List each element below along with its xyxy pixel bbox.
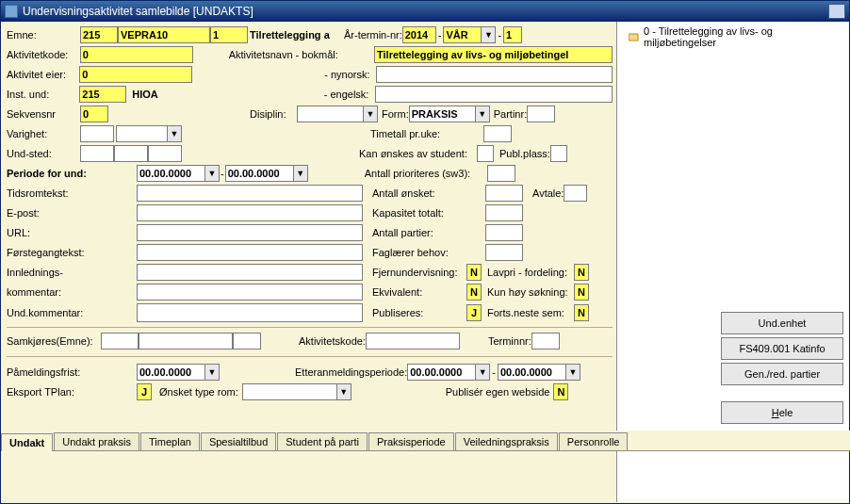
undkommentar[interactable] <box>137 303 363 322</box>
lbl-forstegang: Førstegangtekst: <box>7 247 90 258</box>
lbl-engelsk: - engelsk: <box>324 89 376 100</box>
emne-code3[interactable] <box>210 26 248 43</box>
aktivitet-eier[interactable] <box>79 66 192 83</box>
tab-undakt[interactable]: Undakt <box>1 433 53 451</box>
publplass[interactable] <box>550 145 567 162</box>
tree-node-0[interactable]: 0 - Tilrettelegging av livs- og miljøbet… <box>629 25 845 48</box>
publiserweb[interactable] <box>553 383 568 400</box>
varighet1[interactable] <box>80 125 114 142</box>
periode-til[interactable] <box>225 165 293 182</box>
fortsneste[interactable] <box>574 304 589 321</box>
inst-und1[interactable] <box>79 86 126 103</box>
periode-fra[interactable] <box>137 165 204 182</box>
undsted3[interactable] <box>148 145 182 162</box>
lbl-terminnr: Terminnr: <box>488 335 531 347</box>
emne-code1[interactable] <box>80 26 118 43</box>
btn-gen-red[interactable]: Gen./red. partier <box>721 363 843 385</box>
epost[interactable] <box>137 204 363 221</box>
pamfrist[interactable] <box>137 364 204 381</box>
lbl-form: Form: <box>382 108 409 120</box>
lbl-pamfrist: Påmeldingsfrist: <box>7 366 101 378</box>
tab-praksisperiode[interactable]: Praksisperiode <box>368 432 454 450</box>
tab-timeplan[interactable]: Timeplan <box>140 432 200 450</box>
onskettype[interactable] <box>242 383 336 400</box>
tab-personrolle[interactable]: Personrolle <box>559 432 629 450</box>
ar-field[interactable] <box>402 26 436 43</box>
forstegangtekst[interactable] <box>137 244 363 261</box>
etteranm-fra-dd[interactable]: ▼ <box>475 364 490 381</box>
antallpri[interactable] <box>487 165 515 182</box>
lbl-undsted: Und-sted: <box>7 148 80 159</box>
terminnr2[interactable] <box>531 333 560 350</box>
lbl-sekvensnr: Sekvensnr <box>7 108 80 120</box>
periode-til-dd[interactable]: ▼ <box>293 165 308 182</box>
periode-fra-dd[interactable]: ▼ <box>204 165 220 182</box>
varighet-dd[interactable]: ▼ <box>167 125 182 142</box>
btn-und-enhet[interactable]: Und.enhet <box>721 312 843 334</box>
lbl-kapasitet: Kapasitet totalt: <box>372 207 485 219</box>
maximize-btn[interactable] <box>828 4 845 19</box>
lbl-publplass: Publ.plass: <box>499 148 550 159</box>
titlebar[interactable]: Undervisningsaktivitet samlebilde [UNDAK… <box>1 1 849 22</box>
lbl-etteranm: Etteranmeldingsperiode: <box>295 366 407 378</box>
kanonskes[interactable] <box>477 145 494 162</box>
emne-code2[interactable] <box>118 26 210 43</box>
tab-spesialtilbud[interactable]: Spesialtilbud <box>201 432 276 450</box>
lavpri[interactable] <box>574 264 589 281</box>
samk3[interactable] <box>233 333 261 350</box>
sekvensnr[interactable] <box>80 106 108 122</box>
timetall[interactable] <box>483 125 512 142</box>
undsted1[interactable] <box>80 145 114 162</box>
lbl-akteier: Aktivitet eier: <box>7 69 79 80</box>
avtale[interactable] <box>564 185 587 202</box>
disiplin-dd-icon[interactable]: ▼ <box>363 106 378 122</box>
samk2[interactable] <box>139 333 233 350</box>
antallpartier[interactable] <box>485 224 523 241</box>
form[interactable] <box>409 106 475 122</box>
onskettype-dd[interactable]: ▼ <box>336 383 351 400</box>
tab-veiledning[interactable]: Veiledningspraksis <box>455 432 558 450</box>
terminnr-top[interactable] <box>503 26 522 43</box>
lbl-instund: Inst. und: <box>7 89 79 100</box>
lbl-ekviv: Ekvivalent: <box>372 286 466 298</box>
samk1[interactable] <box>101 333 139 350</box>
url[interactable] <box>137 224 363 241</box>
lbl-timetall: Timetall pr.uke: <box>370 128 483 139</box>
kapasitet[interactable] <box>485 204 523 221</box>
ekvivalent[interactable] <box>466 284 482 301</box>
etteranm-til[interactable] <box>498 364 565 381</box>
antallonsket[interactable] <box>485 185 523 202</box>
tab-undakt-praksis[interactable]: Undakt praksis <box>54 432 139 450</box>
publiseres[interactable] <box>466 304 482 321</box>
aktivitetsnavn-bm[interactable] <box>374 46 613 63</box>
termin-field[interactable] <box>443 26 481 43</box>
aktivitetkode[interactable] <box>80 46 193 63</box>
form-dd-icon[interactable]: ▼ <box>475 106 490 122</box>
pamfrist-dd[interactable]: ▼ <box>204 364 220 381</box>
btn-hele[interactable]: Hele <box>721 401 843 424</box>
btn-katinfo[interactable]: FS409.001 Katinfo <box>721 337 843 360</box>
undsted2[interactable] <box>114 145 148 162</box>
aktivitetsnavn-en[interactable] <box>375 86 613 103</box>
termin-dd-icon[interactable]: ▼ <box>481 26 496 43</box>
varighet2[interactable] <box>116 125 167 142</box>
lbl-epost: E-post: <box>7 207 90 219</box>
etteranm-til-dd[interactable]: ▼ <box>565 364 580 381</box>
etteranm-fra[interactable] <box>407 364 475 381</box>
svg-rect-0 <box>629 34 638 41</box>
tab-student-parti[interactable]: Student på parti <box>277 432 368 450</box>
innledningskommentar-bot[interactable] <box>137 284 363 301</box>
kunhoy[interactable] <box>574 284 589 301</box>
aktivitetsnavn-nn[interactable] <box>376 66 613 83</box>
faglarer[interactable] <box>485 244 523 261</box>
disiplin[interactable] <box>297 106 363 122</box>
tree-node-icon <box>629 31 640 42</box>
partinr[interactable] <box>527 106 555 122</box>
aktivitetskode2[interactable] <box>366 333 460 350</box>
fjernund[interactable] <box>466 264 482 281</box>
tidsromtekst[interactable] <box>137 185 363 202</box>
eksport-tplan[interactable] <box>137 383 152 400</box>
innledningskommentar-top[interactable] <box>137 264 363 281</box>
tab-strip: Undakt Undakt praksis Timeplan Spesialti… <box>1 431 850 451</box>
lbl-samkjores: Samkjøres(Emne): <box>7 335 101 347</box>
